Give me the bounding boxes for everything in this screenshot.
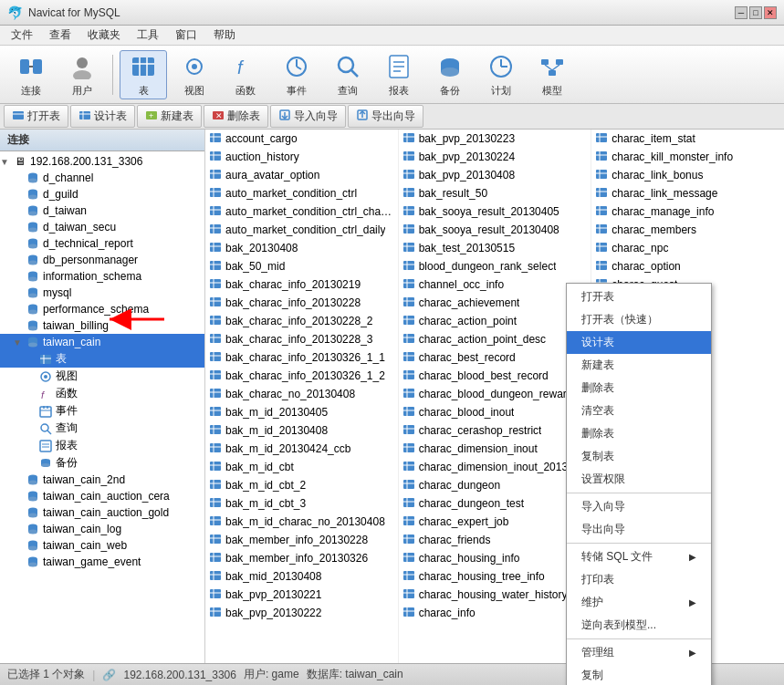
table-item[interactable]: charac_housing_info bbox=[399, 549, 591, 567]
table-item[interactable]: bak_m_id_20130408 bbox=[205, 421, 398, 440]
tree-item-d_taiwan_secu[interactable]: d_taiwan_secu bbox=[0, 219, 204, 235]
tree-item-func_node[interactable]: f函数 bbox=[0, 385, 204, 402]
tree-item-taiwan_game_event[interactable]: taiwan_game_event bbox=[0, 554, 204, 570]
tree-area[interactable]: ▼🖥192.168.200.131_3306d_channeld_guildd_… bbox=[0, 151, 204, 663]
ctx-item-permissions[interactable]: 设置权限 bbox=[567, 468, 711, 491]
table-item[interactable]: charac_dungeon bbox=[399, 476, 591, 494]
sub-btn-delete-table[interactable]: ✕删除表 bbox=[204, 105, 268, 128]
tree-item-taiwan_cain_2nd[interactable]: taiwan_cain_2nd bbox=[0, 472, 204, 488]
table-item[interactable]: charac_item_stat bbox=[591, 130, 784, 148]
tree-item-taiwan_cain_log[interactable]: taiwan_cain_log bbox=[0, 521, 204, 537]
tree-item-backup_node[interactable]: 备份 bbox=[0, 454, 204, 472]
tree-item-query_node[interactable]: 查询 bbox=[0, 420, 204, 437]
toolbar-view[interactable]: 视图 bbox=[171, 50, 218, 99]
table-item[interactable]: charac_manage_info bbox=[591, 202, 784, 221]
tree-item-event_node[interactable]: 事件 bbox=[0, 402, 204, 420]
toolbar-event[interactable]: 事件 bbox=[273, 50, 320, 99]
tree-item-d_channel[interactable]: d_channel bbox=[0, 170, 204, 186]
table-item[interactable]: bak_pvp_20130222 bbox=[205, 604, 398, 622]
table-item[interactable]: aura_avatar_option bbox=[205, 166, 398, 184]
table-item[interactable]: bak_mid_20130408 bbox=[205, 567, 398, 586]
table-item[interactable]: charac_blood_inout bbox=[399, 403, 591, 421]
tree-item-taiwan_cain[interactable]: ▼taiwan_cain bbox=[0, 334, 204, 350]
table-item[interactable]: charac_cerashop_restrict bbox=[399, 421, 591, 440]
table-item[interactable]: bak_member_info_20130228 bbox=[205, 531, 398, 549]
table-item[interactable]: charac_housing_tree_info bbox=[399, 567, 591, 586]
table-item[interactable]: bak_m_id_cbt_2 bbox=[205, 476, 398, 494]
ctx-item-open-fast[interactable]: 打开表（快速） bbox=[567, 308, 711, 331]
tree-item-taiwan_cain_auction_gold[interactable]: taiwan_cain_auction_gold bbox=[0, 504, 204, 521]
toolbar-schedule[interactable]: 计划 bbox=[477, 50, 525, 99]
table-item[interactable]: auto_market_condition_ctrl_daily bbox=[205, 221, 398, 239]
table-item[interactable]: bak_sooya_result_20130405 bbox=[399, 202, 591, 221]
tree-item-d_taiwan[interactable]: d_taiwan bbox=[0, 202, 204, 219]
tree-item-d_technical_report[interactable]: d_technical_report bbox=[0, 235, 204, 252]
table-item[interactable]: bak_m_id_cbt_3 bbox=[205, 494, 398, 513]
table-item[interactable]: bak_test_20130515 bbox=[399, 239, 591, 257]
ctx-item-copy[interactable]: 复制 bbox=[567, 664, 711, 685]
table-item[interactable]: bak_charac_info_20130228_3 bbox=[205, 330, 398, 348]
toolbar-model[interactable]: 模型 bbox=[528, 50, 576, 99]
table-item[interactable]: charac_info bbox=[399, 604, 591, 622]
toolbar-backup[interactable]: 备份 bbox=[426, 50, 474, 99]
table-item[interactable]: bak_m_id_20130405 bbox=[205, 403, 398, 421]
menu-item-工具[interactable]: 工具 bbox=[130, 26, 166, 45]
table-item[interactable]: charac_expert_job bbox=[399, 513, 591, 531]
tree-item-taiwan_cain_web[interactable]: taiwan_cain_web bbox=[0, 537, 204, 554]
ctx-item-open[interactable]: 打开表 bbox=[567, 285, 711, 308]
table-item[interactable]: blood_dungeon_rank_select bbox=[399, 257, 591, 275]
table-item[interactable]: bak_sooya_result_20130408 bbox=[399, 221, 591, 239]
ctx-item-design[interactable]: 设计表 bbox=[567, 331, 711, 354]
table-item[interactable]: bak_m_id_charac_no_20130408 bbox=[205, 513, 398, 531]
table-item[interactable]: charac_best_record bbox=[399, 348, 591, 367]
tree-item-performance_schema[interactable]: performance_schema bbox=[0, 301, 204, 317]
table-item[interactable]: bak_charac_no_20130408 bbox=[205, 385, 398, 403]
tree-item-view_node[interactable]: 视图 bbox=[0, 368, 204, 385]
ctx-item-export[interactable]: 导出向导 bbox=[567, 518, 711, 541]
table-item[interactable]: channel_occ_info bbox=[399, 275, 591, 294]
table-item[interactable]: bak_member_info_20130326 bbox=[205, 549, 398, 567]
toolbar-report[interactable]: 报表 bbox=[375, 50, 423, 99]
table-item[interactable]: charac_npc bbox=[591, 239, 784, 257]
table-item[interactable]: bak_charac_info_20130326_1_2 bbox=[205, 367, 398, 385]
table-item[interactable]: bak_charac_info_20130228 bbox=[205, 294, 398, 312]
table-item[interactable]: bak_20130408 bbox=[205, 239, 398, 257]
table-item[interactable]: auction_history bbox=[205, 148, 398, 166]
table-item[interactable]: bak_m_id_20130424_ccb bbox=[205, 440, 398, 458]
table-item[interactable]: charac_action_point_desc bbox=[399, 330, 591, 348]
ctx-item-maintain[interactable]: 维护▶ bbox=[567, 591, 711, 614]
ctx-item-reverse[interactable]: 逆向表到模型... bbox=[567, 614, 711, 637]
toolbar-function[interactable]: f函数 bbox=[222, 50, 269, 99]
table-item[interactable]: auto_market_condition_ctrl bbox=[205, 184, 398, 202]
table-item[interactable]: charac_blood_dungeon_reward bbox=[399, 385, 591, 403]
table-item[interactable]: bak_pvp_20130221 bbox=[205, 586, 398, 604]
tree-item-taiwan_billing[interactable]: taiwan_billing bbox=[0, 317, 204, 334]
menu-item-窗口[interactable]: 窗口 bbox=[168, 26, 204, 45]
table-item[interactable]: bak_m_id_cbt bbox=[205, 458, 398, 476]
table-item[interactable]: bak_pvp_20130224 bbox=[399, 148, 591, 166]
table-item[interactable]: bak_charac_info_20130326_1_1 bbox=[205, 348, 398, 367]
table-item[interactable]: bak_result_50 bbox=[399, 184, 591, 202]
tree-item-report_node[interactable]: 报表 bbox=[0, 437, 204, 454]
table-item[interactable]: charac_link_bonus bbox=[591, 166, 784, 184]
tree-item-mysql[interactable]: mysql bbox=[0, 285, 204, 301]
ctx-item-drop[interactable]: 删除表 bbox=[567, 422, 711, 445]
sub-btn-new-table[interactable]: +新建表 bbox=[137, 105, 202, 128]
table-item[interactable]: charac_housing_water_history bbox=[399, 586, 591, 604]
tree-item-db_personmanager[interactable]: db_personmanager bbox=[0, 252, 204, 268]
toolbar-query[interactable]: 查询 bbox=[324, 50, 371, 99]
close-button[interactable]: ✕ bbox=[764, 6, 777, 19]
table-col-2[interactable]: bak_pvp_20130223bak_pvp_20130224bak_pvp_… bbox=[399, 130, 592, 663]
table-item[interactable]: charac_dimension_inout bbox=[399, 440, 591, 458]
table-item[interactable]: charac_members bbox=[591, 221, 784, 239]
ctx-item-dump[interactable]: 转储 SQL 文件▶ bbox=[567, 545, 711, 568]
menu-item-收藏夹[interactable]: 收藏夹 bbox=[80, 26, 128, 45]
ctx-item-new[interactable]: 新建表 bbox=[567, 354, 711, 377]
sub-btn-open-table[interactable]: 打开表 bbox=[4, 105, 68, 128]
ctx-item-copy-table[interactable]: 复制表 bbox=[567, 445, 711, 468]
table-item[interactable]: bak_pvp_20130223 bbox=[399, 130, 591, 148]
maximize-button[interactable]: □ bbox=[749, 6, 762, 19]
table-item[interactable]: charac_friends bbox=[399, 531, 591, 549]
toolbar-table[interactable]: 表 bbox=[120, 50, 167, 99]
table-item[interactable]: charac_option bbox=[591, 257, 784, 275]
